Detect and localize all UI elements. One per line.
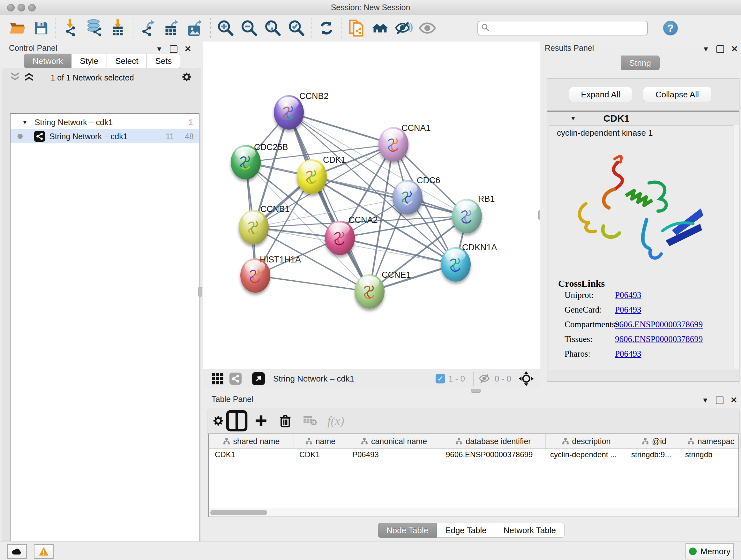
network-row-selected[interactable]: String Network – cdk1 11 48 bbox=[10, 129, 199, 143]
zoom-out-button[interactable] bbox=[238, 17, 261, 39]
zoom-selected-button[interactable] bbox=[285, 17, 308, 39]
first-neighbors-button[interactable] bbox=[368, 17, 392, 39]
node-label-CCNE1: CCNE1 bbox=[382, 270, 411, 280]
bottom-splitter-handle[interactable] bbox=[471, 389, 481, 393]
network-selected-summary: 1 of 1 Network selected bbox=[3, 73, 182, 82]
tab-node-table[interactable]: Node Table bbox=[378, 523, 437, 538]
gene-box-scrollbar[interactable] bbox=[734, 125, 739, 369]
crosslink-value-link[interactable]: P06493 bbox=[615, 349, 642, 359]
table-row[interactable]: CDK1CDK1P064939606.ENSP00000378699cyclin… bbox=[209, 448, 738, 461]
network-node-CCNB1[interactable] bbox=[239, 210, 269, 245]
export-image-button[interactable] bbox=[184, 17, 207, 39]
collapse-panel-icon[interactable]: ▼ bbox=[702, 46, 710, 53]
table-cell[interactable]: CDK1 bbox=[209, 448, 293, 461]
network-options-gear-icon[interactable] bbox=[181, 71, 192, 83]
left-splitter-handle[interactable] bbox=[198, 287, 202, 297]
network-node-CCNA2[interactable] bbox=[325, 221, 355, 255]
gene-expander-icon[interactable]: ▼ bbox=[570, 115, 576, 122]
table-cell[interactable]: 9606.ENSP00000378699 bbox=[440, 448, 544, 461]
network-collection-row[interactable]: ▼ String Network – cdk1 1 bbox=[10, 115, 199, 129]
zoom-out-icon bbox=[241, 19, 258, 37]
float-panel-icon[interactable] bbox=[716, 396, 724, 404]
table-options-gear-icon[interactable] bbox=[212, 410, 225, 432]
node-label-CCNB1: CCNB1 bbox=[260, 204, 290, 214]
network-node-CDK1[interactable] bbox=[297, 159, 327, 194]
import-network-file-button[interactable] bbox=[59, 17, 83, 39]
birdseye-view-icon[interactable] bbox=[519, 371, 534, 386]
table-cell[interactable]: CDK1 bbox=[293, 448, 347, 461]
table-cell[interactable]: stringdb bbox=[679, 448, 738, 461]
hide-selected-button[interactable] bbox=[392, 17, 415, 39]
table-cell[interactable]: stringdb:9... bbox=[625, 448, 679, 461]
tab-sets[interactable]: Sets bbox=[147, 54, 180, 68]
collection-expander-icon[interactable]: ▼ bbox=[22, 119, 28, 126]
expand-all-button[interactable]: Expand All bbox=[569, 87, 632, 102]
memory-button[interactable]: Memory bbox=[685, 543, 734, 559]
crosslink-value-link[interactable]: P06493 bbox=[615, 290, 642, 300]
column-header-namespac[interactable]: namespac bbox=[681, 434, 741, 448]
column-header-databaseidentifier[interactable]: database identifier bbox=[441, 434, 546, 448]
search-field-wrap bbox=[477, 21, 648, 36]
tab-select[interactable]: Select bbox=[107, 54, 147, 68]
import-table-file-button[interactable] bbox=[107, 17, 130, 39]
create-column-plus-icon[interactable] bbox=[255, 415, 267, 427]
collapse-panel-icon[interactable]: ▼ bbox=[702, 397, 709, 404]
selected-checkbox-icon[interactable]: ✓ bbox=[435, 374, 445, 383]
column-header-name[interactable]: name bbox=[294, 434, 347, 448]
tab-network[interactable]: Network bbox=[24, 54, 71, 68]
close-panel-icon[interactable]: ✕ bbox=[731, 44, 738, 54]
crosslink-value-link[interactable]: 9606.ENSP00000378699 bbox=[615, 334, 703, 344]
tab-string[interactable]: String bbox=[621, 56, 660, 70]
toolbar-separator bbox=[56, 18, 57, 38]
column-header-description[interactable]: description bbox=[546, 434, 627, 448]
network-edge-CDK1-RB1[interactable] bbox=[312, 177, 467, 216]
help-button[interactable]: ? bbox=[663, 21, 678, 36]
node-label-CCNB2: CCNB2 bbox=[299, 91, 329, 101]
gene-header[interactable]: ▼ CDK1 bbox=[547, 112, 739, 125]
tab-edge-table[interactable]: Edge Table bbox=[437, 523, 495, 538]
table-cell[interactable]: cyclin-dependent ... bbox=[544, 448, 625, 461]
refresh-view-button[interactable] bbox=[315, 17, 338, 39]
column-header-id[interactable]: @id bbox=[627, 434, 681, 448]
scrollbar-thumb[interactable] bbox=[210, 510, 267, 515]
table-panel-tabs: Node Table Edge Table Network Table bbox=[378, 523, 564, 538]
network-edge-HIST1H1A-CCNE1[interactable] bbox=[255, 275, 369, 292]
collapse-all-button[interactable]: Collapse All bbox=[643, 87, 711, 102]
clone-network-button[interactable] bbox=[345, 17, 368, 39]
network-edge-CCNA2-CDKN1A[interactable] bbox=[340, 238, 456, 264]
network-edge-CCNB2-CCNA1[interactable] bbox=[289, 112, 394, 144]
zoom-selected-icon bbox=[288, 19, 305, 37]
show-all-button[interactable] bbox=[415, 17, 439, 39]
table-cell[interactable]: P06493 bbox=[347, 448, 440, 461]
crosslink-value-link[interactable]: 9606.ENSP00000378699 bbox=[615, 320, 703, 329]
share-view-icon[interactable] bbox=[229, 373, 242, 385]
crosslink-value-link[interactable]: P06493 bbox=[615, 305, 642, 315]
column-header-sharedname[interactable]: shared name bbox=[209, 434, 294, 448]
import-network-database-button[interactable] bbox=[83, 17, 107, 39]
close-panel-icon[interactable]: ✕ bbox=[185, 44, 192, 54]
network-node-RB1[interactable] bbox=[452, 199, 482, 233]
export-table-button[interactable] bbox=[160, 17, 184, 39]
tab-network-table[interactable]: Network Table bbox=[495, 523, 564, 538]
zoom-fit-button[interactable] bbox=[261, 17, 285, 39]
save-session-button[interactable] bbox=[29, 17, 53, 39]
collapse-panel-icon[interactable]: ▼ bbox=[156, 46, 163, 53]
open-session-button[interactable] bbox=[6, 17, 29, 39]
column-header-canonicalname[interactable]: canonical name bbox=[347, 434, 441, 448]
tab-style[interactable]: Style bbox=[71, 54, 107, 68]
show-columns-icon[interactable] bbox=[225, 410, 249, 432]
grid-view-icon[interactable] bbox=[212, 373, 224, 385]
export-network-button[interactable] bbox=[137, 17, 160, 39]
float-panel-icon[interactable] bbox=[717, 45, 724, 53]
search-input[interactable] bbox=[477, 21, 648, 36]
network-node-CCNE1[interactable] bbox=[354, 274, 385, 309]
cloud-status-button[interactable] bbox=[7, 544, 27, 559]
expand-collapse-box: Expand All Collapse All bbox=[547, 78, 739, 111]
float-panel-icon[interactable] bbox=[170, 45, 178, 53]
delete-column-trash-icon[interactable] bbox=[279, 414, 292, 428]
warnings-button[interactable] bbox=[34, 544, 54, 559]
network-canvas[interactable]: CCNB2CCNA1CDC25BCDK1CDC6RB1CCNB1CCNA2CDK… bbox=[203, 42, 540, 369]
close-panel-icon[interactable]: ✕ bbox=[731, 395, 738, 405]
zoom-in-button[interactable] bbox=[214, 17, 238, 39]
detach-view-icon[interactable] bbox=[252, 372, 265, 385]
